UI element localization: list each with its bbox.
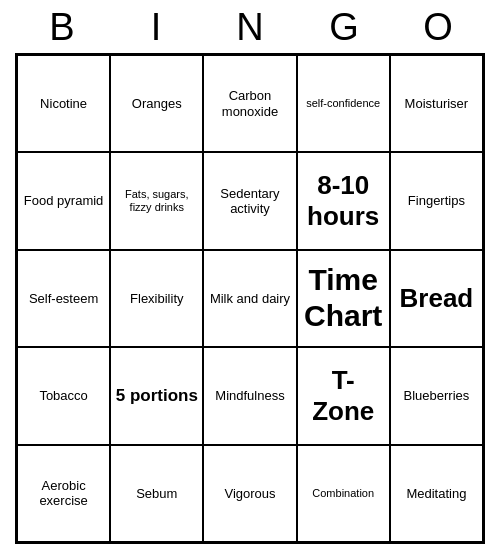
letter-o: O (394, 6, 482, 49)
bingo-cell-2[interactable]: Carbon monoxide (203, 55, 296, 152)
bingo-cell-4[interactable]: Moisturiser (390, 55, 483, 152)
bingo-cell-0[interactable]: Nicotine (17, 55, 110, 152)
bingo-cell-14[interactable]: Bread (390, 250, 483, 347)
bingo-cell-13[interactable]: Time Chart (297, 250, 390, 347)
bingo-cell-18[interactable]: T-Zone (297, 347, 390, 444)
bingo-cell-9[interactable]: Fingertips (390, 152, 483, 249)
bingo-cell-12[interactable]: Milk and dairy (203, 250, 296, 347)
bingo-cell-11[interactable]: Flexibility (110, 250, 203, 347)
bingo-cell-8[interactable]: 8-10 hours (297, 152, 390, 249)
bingo-header: B I N G O (15, 0, 485, 53)
bingo-cell-19[interactable]: Blueberries (390, 347, 483, 444)
bingo-cell-20[interactable]: Aerobic exercise (17, 445, 110, 542)
bingo-grid: NicotineOrangesCarbon monoxideself-confi… (15, 53, 485, 544)
bingo-cell-16[interactable]: 5 portions (110, 347, 203, 444)
bingo-cell-15[interactable]: Tobacco (17, 347, 110, 444)
bingo-cell-5[interactable]: Food pyramid (17, 152, 110, 249)
letter-b: B (18, 6, 106, 49)
letter-i: I (112, 6, 200, 49)
bingo-cell-7[interactable]: Sedentary activity (203, 152, 296, 249)
bingo-cell-24[interactable]: Meditating (390, 445, 483, 542)
letter-g: G (300, 6, 388, 49)
bingo-cell-3[interactable]: self-confidence (297, 55, 390, 152)
letter-n: N (206, 6, 294, 49)
bingo-cell-22[interactable]: Vigorous (203, 445, 296, 542)
bingo-cell-1[interactable]: Oranges (110, 55, 203, 152)
bingo-cell-6[interactable]: Fats, sugars, fizzy drinks (110, 152, 203, 249)
bingo-cell-23[interactable]: Combination (297, 445, 390, 542)
bingo-cell-21[interactable]: Sebum (110, 445, 203, 542)
bingo-cell-17[interactable]: Mindfulness (203, 347, 296, 444)
bingo-cell-10[interactable]: Self-esteem (17, 250, 110, 347)
